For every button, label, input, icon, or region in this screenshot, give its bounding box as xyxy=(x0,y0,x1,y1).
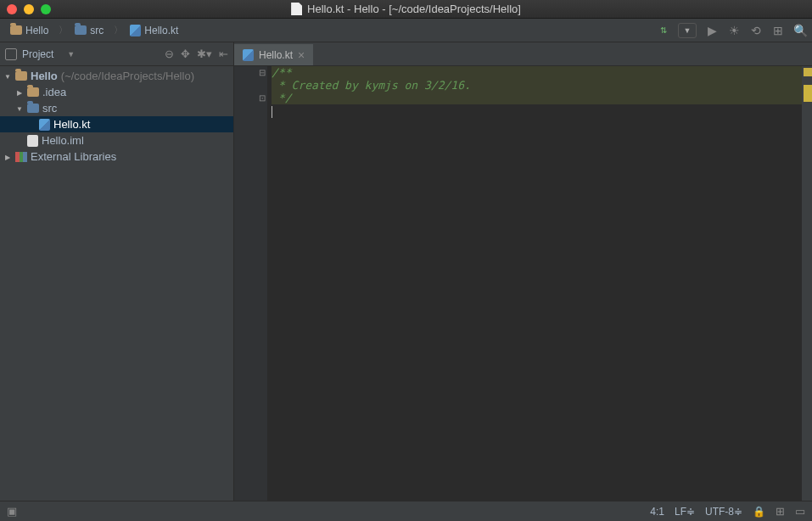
error-stripe[interactable] xyxy=(802,66,812,501)
fold-minus-icon[interactable]: ⊟ xyxy=(259,68,266,77)
toolbar-right: ⇅ ▼ ▶ ☀ ⟲ ⊞ 🔍 xyxy=(656,23,807,38)
sidebar-actions: ⊖ ✥ ✱▾ ⇤ xyxy=(165,48,228,60)
hide-icon[interactable]: ⇤ xyxy=(219,48,228,60)
tree-label: External Libraries xyxy=(31,150,116,163)
tree-path: (~/code/IdeaProjects/Hello) xyxy=(61,70,194,82)
folder-icon xyxy=(15,71,27,81)
expand-icon[interactable] xyxy=(3,71,12,81)
tree-hello-kt[interactable]: Hello.kt xyxy=(0,116,233,132)
crumb-label: Hello xyxy=(25,25,48,36)
expand-icon[interactable] xyxy=(15,104,24,113)
run-config-dropdown[interactable]: ▼ xyxy=(678,23,697,38)
crumb-src[interactable]: src xyxy=(53,24,109,36)
editor-tabs: Hello.kt × xyxy=(234,42,812,66)
tab-hello-kt[interactable]: Hello.kt × xyxy=(234,42,313,65)
project-structure-icon[interactable]: ⊞ xyxy=(771,24,785,37)
caret-position[interactable]: 4:1 xyxy=(650,506,664,518)
tree-label: src xyxy=(42,102,57,115)
code-line: /** xyxy=(272,66,812,79)
code-area[interactable]: ⊟ ⊡ /** * Created by kymjs on 3/2/16. */ xyxy=(234,66,812,501)
code-line: */ xyxy=(272,92,812,104)
editor-area: Hello.kt × ⊟ ⊡ /** * Created by kymjs on… xyxy=(234,42,812,501)
tree-label: Hello.iml xyxy=(42,134,84,147)
status-bar: ▣ 4:1 LF≑ UTF-8≑ 🔒 ⊞ ▭ xyxy=(0,501,812,521)
code-line: * Created by kymjs on 3/2/16. xyxy=(272,79,812,92)
nav-row: Hello src Hello.kt ⇅ ▼ ▶ ☀ ⟲ ⊞ 🔍 xyxy=(0,19,812,42)
tree-label: Hello xyxy=(31,70,58,82)
kotlin-file-icon xyxy=(130,25,141,36)
debug-icon[interactable]: ☀ xyxy=(727,24,741,37)
text-cursor xyxy=(272,106,272,118)
tree-hello-iml[interactable]: Hello.iml xyxy=(0,132,233,148)
tree-idea[interactable]: .idea xyxy=(0,84,233,100)
warning-marker[interactable] xyxy=(804,68,812,76)
read-only-lock-icon[interactable]: 🔒 xyxy=(753,506,765,518)
expand-icon[interactable] xyxy=(15,87,24,97)
folder-icon xyxy=(27,104,39,113)
warning-marker[interactable] xyxy=(804,85,812,102)
settings-icon[interactable]: ✱▾ xyxy=(197,48,212,60)
tab-label: Hello.kt xyxy=(259,49,293,61)
title-bar: Hello.kt - Hello - [~/code/IdeaProjects/… xyxy=(0,0,812,19)
inspector-icon[interactable]: ⊞ xyxy=(776,505,785,518)
chevron-down-icon: ▼ xyxy=(67,50,75,59)
code-text[interactable]: /** * Created by kymjs on 3/2/16. */ xyxy=(268,66,812,501)
kotlin-file-icon xyxy=(39,119,50,131)
target-icon[interactable]: ✥ xyxy=(181,48,190,60)
run-icon[interactable]: ▶ xyxy=(705,24,719,37)
project-sidebar: Project ▼ ⊖ ✥ ✱▾ ⇤ Hello (~/code/IdeaPro… xyxy=(0,42,234,501)
close-icon[interactable]: × xyxy=(298,48,305,62)
line-ending[interactable]: LF≑ xyxy=(675,506,695,518)
folder-icon xyxy=(75,25,87,35)
sidebar-view-selector[interactable]: Project ▼ xyxy=(5,48,75,60)
crumb-hello[interactable]: Hello xyxy=(5,25,53,36)
sidebar-header: Project ▼ ⊖ ✥ ✱▾ ⇤ xyxy=(0,42,233,66)
crumb-label: Hello.kt xyxy=(144,25,178,36)
crumb-file[interactable]: Hello.kt xyxy=(109,24,183,36)
stop-icon[interactable]: ⟲ xyxy=(749,24,763,37)
library-icon xyxy=(15,152,27,162)
project-tree: Hello (~/code/IdeaProjects/Hello) .idea … xyxy=(0,66,233,166)
kotlin-file-icon xyxy=(243,49,254,61)
breadcrumb: Hello src Hello.kt xyxy=(5,24,183,36)
code-line xyxy=(272,104,812,117)
window-title-text: Hello.kt - Hello - [~/code/IdeaProjects/… xyxy=(307,3,521,15)
folder-icon xyxy=(10,25,22,35)
fold-end-icon[interactable]: ⊡ xyxy=(259,93,266,103)
memory-indicator-icon[interactable]: ⇅ xyxy=(656,24,669,37)
file-icon xyxy=(291,3,302,15)
expand-icon[interactable] xyxy=(3,152,12,161)
sidebar-title: Project xyxy=(22,48,53,60)
folder-icon xyxy=(27,87,39,97)
main-content: Project ▼ ⊖ ✥ ✱▾ ⇤ Hello (~/code/IdeaPro… xyxy=(0,42,812,501)
tree-src[interactable]: src xyxy=(0,100,233,116)
notifications-icon[interactable]: ▭ xyxy=(795,505,805,518)
gutter: ⊟ ⊡ xyxy=(234,66,268,501)
tree-label: Hello.kt xyxy=(53,118,90,131)
collapse-all-icon[interactable]: ⊖ xyxy=(165,48,174,60)
status-right: 4:1 LF≑ UTF-8≑ 🔒 ⊞ ▭ xyxy=(650,505,805,518)
file-encoding[interactable]: UTF-8≑ xyxy=(705,506,742,518)
window-title: Hello.kt - Hello - [~/code/IdeaProjects/… xyxy=(0,3,812,15)
tree-label: .idea xyxy=(42,86,66,98)
crumb-label: src xyxy=(90,25,104,36)
tree-ext-lib[interactable]: External Libraries xyxy=(0,148,233,165)
tool-window-icon[interactable]: ▣ xyxy=(7,505,17,518)
tree-root[interactable]: Hello (~/code/IdeaProjects/Hello) xyxy=(0,68,233,84)
iml-file-icon xyxy=(27,135,38,147)
search-icon[interactable]: 🔍 xyxy=(793,24,807,37)
project-view-icon xyxy=(5,48,17,60)
